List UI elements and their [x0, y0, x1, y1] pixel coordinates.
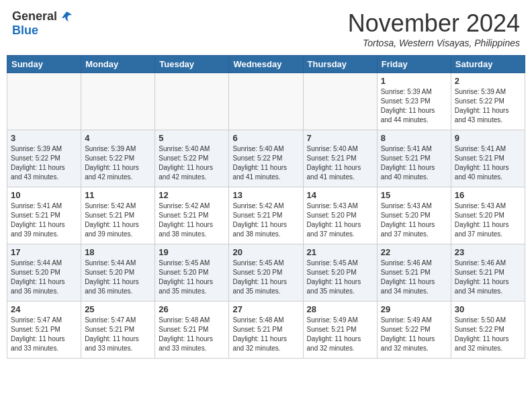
calendar-cell: 2Sunrise: 5:39 AMSunset: 5:22 PMDaylight… [451, 73, 525, 130]
logo-general-text: General [12, 9, 57, 24]
day-number: 27 [232, 304, 299, 314]
calendar-cell: 18Sunrise: 5:44 AMSunset: 5:20 PMDayligh… [81, 244, 155, 302]
day-info: Sunrise: 5:39 AMSunset: 5:23 PMDaylight:… [381, 87, 447, 125]
day-number: 22 [381, 247, 447, 257]
calendar-week-row: 10Sunrise: 5:41 AMSunset: 5:21 PMDayligh… [7, 187, 525, 244]
day-info: Sunrise: 5:40 AMSunset: 5:22 PMDaylight:… [232, 144, 299, 182]
day-info: Sunrise: 5:42 AMSunset: 5:21 PMDaylight:… [159, 201, 225, 239]
day-info: Sunrise: 5:45 AMSunset: 5:20 PMDaylight:… [232, 259, 299, 296]
calendar-cell [229, 73, 303, 130]
day-info: Sunrise: 5:42 AMSunset: 5:21 PMDaylight:… [232, 201, 299, 239]
calendar-cell: 8Sunrise: 5:41 AMSunset: 5:21 PMDaylight… [377, 130, 451, 187]
day-number: 6 [232, 133, 299, 143]
calendar-table: SundayMondayTuesdayWednesdayThursdayFrid… [7, 55, 525, 359]
calendar-cell: 5Sunrise: 5:40 AMSunset: 5:22 PMDaylight… [155, 130, 229, 187]
day-header-monday: Monday [81, 56, 155, 73]
day-info: Sunrise: 5:41 AMSunset: 5:21 PMDaylight:… [11, 201, 77, 239]
calendar-cell: 19Sunrise: 5:45 AMSunset: 5:20 PMDayligh… [155, 244, 229, 302]
calendar-cell: 7Sunrise: 5:40 AMSunset: 5:21 PMDaylight… [303, 130, 377, 187]
day-info: Sunrise: 5:40 AMSunset: 5:21 PMDaylight:… [307, 144, 373, 182]
day-info: Sunrise: 5:43 AMSunset: 5:20 PMDaylight:… [307, 201, 373, 239]
day-info: Sunrise: 5:41 AMSunset: 5:21 PMDaylight:… [455, 144, 521, 182]
calendar-cell: 6Sunrise: 5:40 AMSunset: 5:22 PMDaylight… [229, 130, 303, 187]
calendar-cell: 22Sunrise: 5:46 AMSunset: 5:21 PMDayligh… [377, 244, 451, 302]
day-number: 19 [159, 247, 225, 257]
day-number: 13 [232, 190, 299, 200]
calendar-week-row: 17Sunrise: 5:44 AMSunset: 5:20 PMDayligh… [7, 244, 525, 302]
day-header-tuesday: Tuesday [155, 56, 229, 73]
day-info: Sunrise: 5:39 AMSunset: 5:22 PMDaylight:… [85, 144, 151, 182]
day-number: 4 [85, 133, 151, 143]
day-number: 3 [11, 133, 77, 143]
day-info: Sunrise: 5:47 AMSunset: 5:21 PMDaylight:… [85, 316, 151, 353]
calendar-cell: 27Sunrise: 5:48 AMSunset: 5:21 PMDayligh… [229, 302, 303, 359]
day-info: Sunrise: 5:43 AMSunset: 5:20 PMDaylight:… [381, 201, 447, 239]
calendar-cell: 3Sunrise: 5:39 AMSunset: 5:22 PMDaylight… [7, 130, 81, 187]
day-header-friday: Friday [377, 56, 451, 73]
calendar-cell: 24Sunrise: 5:47 AMSunset: 5:21 PMDayligh… [7, 302, 81, 359]
day-info: Sunrise: 5:50 AMSunset: 5:22 PMDaylight:… [455, 316, 521, 353]
day-info: Sunrise: 5:46 AMSunset: 5:21 PMDaylight:… [381, 259, 447, 296]
day-info: Sunrise: 5:49 AMSunset: 5:21 PMDaylight:… [307, 316, 373, 353]
day-header-wednesday: Wednesday [229, 56, 303, 73]
page-header: General Blue November 2024 Tortosa, West… [7, 7, 525, 51]
calendar-week-row: 24Sunrise: 5:47 AMSunset: 5:21 PMDayligh… [7, 302, 525, 359]
day-info: Sunrise: 5:49 AMSunset: 5:22 PMDaylight:… [381, 316, 447, 353]
day-info: Sunrise: 5:45 AMSunset: 5:20 PMDaylight:… [159, 259, 225, 296]
day-number: 2 [455, 76, 521, 86]
calendar-cell: 16Sunrise: 5:43 AMSunset: 5:20 PMDayligh… [451, 187, 525, 244]
calendar-cell: 25Sunrise: 5:47 AMSunset: 5:21 PMDayligh… [81, 302, 155, 359]
day-info: Sunrise: 5:46 AMSunset: 5:21 PMDaylight:… [455, 259, 521, 296]
day-number: 8 [381, 133, 447, 143]
calendar-cell [81, 73, 155, 130]
day-number: 17 [11, 247, 77, 257]
day-header-saturday: Saturday [451, 56, 525, 73]
calendar-cell: 11Sunrise: 5:42 AMSunset: 5:21 PMDayligh… [81, 187, 155, 244]
day-number: 30 [455, 304, 521, 314]
day-number: 28 [307, 304, 373, 314]
day-number: 26 [159, 304, 225, 314]
calendar-cell: 1Sunrise: 5:39 AMSunset: 5:23 PMDaylight… [377, 73, 451, 130]
day-number: 24 [11, 304, 77, 314]
calendar-header-row: SundayMondayTuesdayWednesdayThursdayFrid… [7, 56, 525, 73]
calendar-cell [155, 73, 229, 130]
day-info: Sunrise: 5:39 AMSunset: 5:22 PMDaylight:… [455, 87, 521, 125]
day-number: 9 [455, 133, 521, 143]
calendar-cell: 10Sunrise: 5:41 AMSunset: 5:21 PMDayligh… [7, 187, 81, 244]
calendar-cell: 4Sunrise: 5:39 AMSunset: 5:22 PMDaylight… [81, 130, 155, 187]
day-info: Sunrise: 5:41 AMSunset: 5:21 PMDaylight:… [381, 144, 447, 182]
calendar-cell: 23Sunrise: 5:46 AMSunset: 5:21 PMDayligh… [451, 244, 525, 302]
day-info: Sunrise: 5:45 AMSunset: 5:20 PMDaylight:… [307, 259, 373, 296]
day-info: Sunrise: 5:48 AMSunset: 5:21 PMDaylight:… [232, 316, 299, 353]
day-number: 15 [381, 190, 447, 200]
calendar-cell: 20Sunrise: 5:45 AMSunset: 5:20 PMDayligh… [229, 244, 303, 302]
calendar-cell: 15Sunrise: 5:43 AMSunset: 5:20 PMDayligh… [377, 187, 451, 244]
day-number: 1 [381, 76, 447, 86]
calendar-cell: 9Sunrise: 5:41 AMSunset: 5:21 PMDaylight… [451, 130, 525, 187]
calendar-cell: 26Sunrise: 5:48 AMSunset: 5:21 PMDayligh… [155, 302, 229, 359]
calendar-cell: 28Sunrise: 5:49 AMSunset: 5:21 PMDayligh… [303, 302, 377, 359]
day-number: 11 [85, 190, 151, 200]
day-info: Sunrise: 5:39 AMSunset: 5:22 PMDaylight:… [11, 144, 77, 182]
logo-blue-text: Blue [12, 24, 38, 38]
title-block: November 2024 Tortosa, Western Visayas, … [348, 9, 520, 48]
location-subtitle: Tortosa, Western Visayas, Philippines [348, 38, 520, 48]
calendar-cell: 14Sunrise: 5:43 AMSunset: 5:20 PMDayligh… [303, 187, 377, 244]
day-info: Sunrise: 5:47 AMSunset: 5:21 PMDaylight:… [11, 316, 77, 353]
day-info: Sunrise: 5:48 AMSunset: 5:21 PMDaylight:… [159, 316, 225, 353]
day-number: 21 [307, 247, 373, 257]
day-number: 23 [455, 247, 521, 257]
calendar-cell [303, 73, 377, 130]
logo: General Blue [12, 9, 73, 38]
calendar-cell: 12Sunrise: 5:42 AMSunset: 5:21 PMDayligh… [155, 187, 229, 244]
day-number: 12 [159, 190, 225, 200]
day-number: 16 [455, 190, 521, 200]
day-number: 14 [307, 190, 373, 200]
day-header-thursday: Thursday [303, 56, 377, 73]
calendar-cell: 17Sunrise: 5:44 AMSunset: 5:20 PMDayligh… [7, 244, 81, 302]
calendar-week-row: 1Sunrise: 5:39 AMSunset: 5:23 PMDaylight… [7, 73, 525, 130]
day-header-sunday: Sunday [7, 56, 81, 73]
calendar-cell: 13Sunrise: 5:42 AMSunset: 5:21 PMDayligh… [229, 187, 303, 244]
day-number: 18 [85, 247, 151, 257]
day-info: Sunrise: 5:42 AMSunset: 5:21 PMDaylight:… [85, 201, 151, 239]
